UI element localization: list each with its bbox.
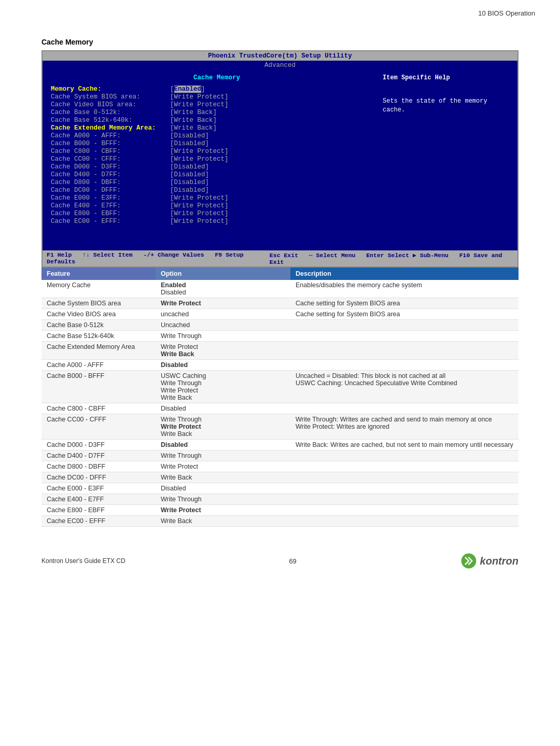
bios-screen: Phoenix TrustedCore(tm) Setup Utility Ad… [41,50,519,268]
table-cell-description [290,494,519,505]
table-cell-option: Disabled [156,403,290,414]
table-cell-option: Write Protect [156,461,290,472]
table-cell-description [290,342,519,360]
table-cell-option: Write Protect [156,505,290,516]
table-cell-option: Write Through [156,451,290,461]
table-cell-feature: Cache EC00 - EFFF [41,516,156,527]
table-cell-feature: Cache Extended Memory Area [41,342,156,360]
bios-screen-title: Cache Memory [51,74,383,81]
table-cell-description: Enables/disables the memory cache system [290,280,519,298]
bios-footer-left: F1 Help ↑↓ Select Item -/+ Change Values… [47,251,270,265]
bios-item-memory-cache: Memory Cache: [Enabled] [51,86,383,93]
table-cell-description: Write Through: Writes are cached and sen… [290,414,519,440]
table-row: Cache D400 - D7FF Write Through [41,451,519,461]
section-title-text: Cache Memory [41,38,93,46]
table-cell-feature: Cache E400 - E7FF [41,494,156,505]
table-cell-feature: Cache C800 - CBFF [41,403,156,414]
table-cell-description [290,403,519,414]
table-cell-feature: Cache Base 512k-640k [41,331,156,342]
table-cell-option: Disabled [156,483,290,494]
table-row: Cache E000 - E3FF Disabled [41,483,519,494]
table-cell-option: uncached [156,309,290,320]
kontron-icon [460,553,477,569]
bios-item-dc00: Cache DC00 - DFFF: [Disabled] [51,187,383,194]
table-row: Cache B000 - BFFF USWC CachingWrite Thro… [41,371,519,403]
bios-item-cc00: Cache CC00 - CFFF: [Write Protect] [51,156,383,163]
table-cell-description [290,451,519,461]
table-cell-description: Cache setting for System BIOS area [290,298,519,309]
bios-item-base-512: Cache Base 512k-640k: [Write Back] [51,117,383,124]
table-row: Cache Base 512k-640k Write Through [41,331,519,342]
bios-item-c800: Cache C800 - CBFF: [Write Protect] [51,148,383,155]
table-row: Cache E800 - EBFF Write Protect [41,505,519,516]
table-cell-option: Write Protect [156,298,290,309]
section-title: Cache Memory [0,22,560,50]
table-cell-option: Write ThroughWrite ProtectWrite Back [156,414,290,440]
table-row: Cache DC00 - DFFF Write Back [41,472,519,483]
bios-item-d000: Cache D000 - D3FF: [Disabled] [51,163,383,171]
table-cell-feature: Cache CC00 - CFFF [41,414,156,440]
bios-item-a000: Cache A000 - AFFF: [Disabled] [51,132,383,139]
table-cell-option: Write Through [156,494,290,505]
bios-item-b000: Cache B000 - BFFF: [Disabled] [51,140,383,147]
table-cell-description [290,320,519,331]
table-cell-description: Cache setting for System BIOS area [290,309,519,320]
table-cell-feature: Cache D800 - DBFF [41,461,156,472]
bios-footer-right: Esc Exit ↔ Select Menu Enter Select ▶ Su… [270,251,513,265]
bios-title-bar: Phoenix TrustedCore(tm) Setup Utility [43,51,517,61]
feature-table: Feature Option Description Memory Cache … [41,268,519,527]
table-header-feature: Feature [41,268,156,280]
bios-item-sys-bios: Cache System BIOS area: [Write Protect] [51,93,383,101]
table-row: Cache C800 - CBFF Disabled [41,403,519,414]
bios-subtitle: Advanced [43,61,517,70]
bios-item-vid-bios: Cache Video BIOS area: [Write Protect] [51,101,383,108]
bios-item-d800: Cache D800 - DBFF: [Disabled] [51,179,383,186]
table-cell-feature: Cache Video BIOS area [41,309,156,320]
table-cell-description [290,331,519,342]
bios-body: Cache Memory Memory Cache: [Enabled] Cac… [43,70,517,246]
table-cell-feature: Cache System BIOS area [41,298,156,309]
table-cell-feature: Cache Base 0-512k [41,320,156,331]
table-cell-feature: Cache B000 - BFFF [41,371,156,403]
kontron-brand-text: kontron [480,555,519,567]
table-cell-feature: Cache A000 - AFFF [41,360,156,371]
table-row: Cache Extended Memory Area Write Protect… [41,342,519,360]
bios-item-ext: Cache Extended Memory Area: [Write Back] [51,124,383,132]
table-cell-option: Disabled [156,440,290,451]
bios-item-ec00: Cache EC00 - EFFF: [Write Protect] [51,218,383,225]
page-number: 69 [289,557,296,565]
table-cell-description [290,505,519,516]
bios-right-panel: Item Specific Help Sets the state of the… [383,74,517,246]
table-cell-option: Write Back [156,516,290,527]
table-cell-description [290,516,519,527]
table-cell-option: Disabled [156,360,290,371]
page-header: 10 BIOS Operation [0,0,560,22]
table-header-option: Option [156,268,290,280]
table-cell-option: Write Back [156,472,290,483]
table-row: Cache E400 - E7FF Write Through [41,494,519,505]
table-cell-feature: Cache E000 - E3FF [41,483,156,494]
bios-footer: F1 Help ↑↓ Select Item -/+ Change Values… [43,250,517,266]
table-cell-option: EnabledDisabled [156,280,290,298]
table-cell-description [290,360,519,371]
table-row: Cache Base 0-512k Uncached [41,320,519,331]
bios-item-d400: Cache D400 - D7FF: [Disabled] [51,171,383,178]
table-cell-feature: Cache D400 - D7FF [41,451,156,461]
bios-help-text: Sets the state of the memory cache. [383,97,509,115]
table-cell-feature: Memory Cache [41,280,156,298]
table-cell-feature: Cache E800 - EBFF [41,505,156,516]
table-cell-option: Write ProtectWrite Back [156,342,290,360]
bios-item-base-0: Cache Base 0-512k: [Write Back] [51,109,383,116]
table-row: Cache D000 - D3FF Disabled Write Back: W… [41,440,519,451]
table-cell-description [290,461,519,472]
kontron-logo: kontron [460,553,519,569]
bios-left-panel: Cache Memory Memory Cache: [Enabled] Cac… [43,74,383,246]
table-row: Cache D800 - DBFF Write Protect [41,461,519,472]
table-row: Cache Video BIOS area uncached Cache set… [41,309,519,320]
footer-left-text: Kontron User's Guide ETX CD [41,557,125,565]
table-row: Cache CC00 - CFFF Write ThroughWrite Pro… [41,414,519,440]
table-row: Cache A000 - AFFF Disabled [41,360,519,371]
table-cell-description [290,472,519,483]
table-row: Cache EC00 - EFFF Write Back [41,516,519,527]
bios-help-title: Item Specific Help [383,74,509,81]
